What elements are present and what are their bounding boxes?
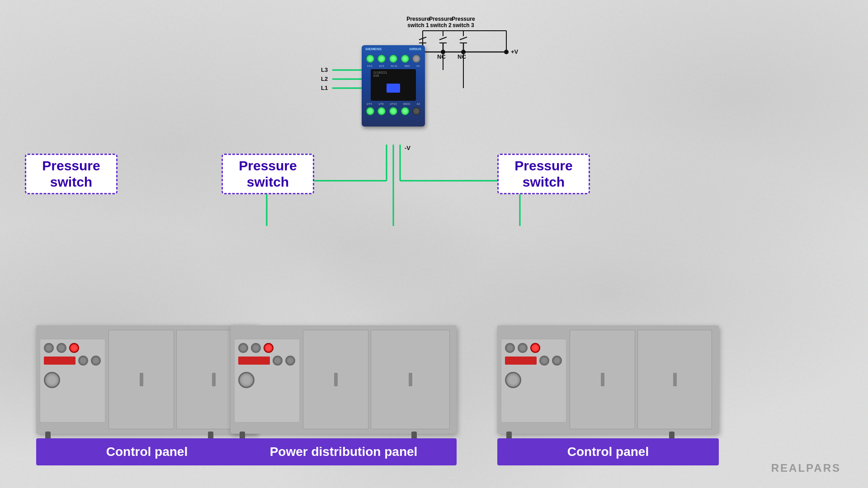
svg-line-20 <box>460 37 467 40</box>
left-instrument-face <box>40 339 105 422</box>
nc3-label: NC <box>458 53 466 60</box>
nc2-label: NC <box>437 53 446 60</box>
l3-label: L3 <box>321 66 328 73</box>
right-door-right-handle <box>673 373 677 386</box>
pressure-switch-right: Pressure switch <box>497 154 590 194</box>
left-door-right-handle <box>212 373 216 386</box>
left-panel-label-strip: Control panel <box>36 438 258 465</box>
pressure-switch-left: Pressure switch <box>25 154 118 194</box>
left-panel-label: Control panel <box>106 445 188 459</box>
terminal-a2 <box>412 107 420 115</box>
center-door-left <box>303 330 368 429</box>
terminal-2l11 <box>389 55 397 63</box>
center-door-right <box>371 330 450 429</box>
right-bar-red <box>505 357 537 365</box>
svg-line-14 <box>419 37 426 40</box>
svg-point-26 <box>504 50 509 54</box>
center-dial-4 <box>285 356 295 366</box>
left-dial-2 <box>57 343 66 353</box>
pressure-switch-center: Pressure switch <box>222 154 314 194</box>
watermark: REALPARS <box>771 462 841 474</box>
center-door-right-handle <box>409 373 412 386</box>
right-panel-label: Control panel <box>567 445 649 459</box>
right-instrument-face <box>501 339 566 422</box>
terminal-a1 <box>412 55 420 63</box>
minus-v-label: -V <box>405 145 410 151</box>
center-panel-label-strip: Power distribution panel <box>231 438 457 465</box>
right-dial-lg <box>505 372 521 388</box>
contactor-faceplate: G/180221 E06 <box>371 69 416 101</box>
contactor: SIEMENS SIRIUS 1/L3 1/L5 2/L11 3NO A1 <box>353 45 434 127</box>
left-dial-4 <box>91 356 101 366</box>
right-button-red <box>530 343 540 353</box>
center-door-left-handle <box>334 373 338 386</box>
left-dial-3 <box>78 356 88 366</box>
center-button-red <box>264 343 274 353</box>
center-instrument-face <box>234 339 300 422</box>
contactor-model: SIRIUS <box>409 47 421 51</box>
center-dial-3 <box>273 356 283 366</box>
terminal-2t4 <box>366 107 374 115</box>
left-dial-lg <box>44 372 60 388</box>
contactor-brand: SIEMENS <box>365 47 382 51</box>
terminal-2t14 <box>389 107 397 115</box>
left-door-left-handle <box>140 373 143 386</box>
right-panel-label-strip: Control panel <box>497 438 719 465</box>
center-panel-label: Power distribution panel <box>270 445 418 459</box>
center-bar-red <box>238 357 270 365</box>
center-dial-2 <box>251 343 261 353</box>
svg-line-17 <box>439 37 447 40</box>
terminal-1l5 <box>377 55 386 63</box>
right-dial-3 <box>539 356 549 366</box>
terminal-1t6 <box>377 107 386 115</box>
right-dial-1 <box>505 343 515 353</box>
left-bar-red <box>44 357 75 365</box>
panel-left: Control panel <box>36 325 258 434</box>
right-door-left <box>570 330 635 429</box>
right-door-left-handle <box>601 373 604 386</box>
left-dial-1 <box>44 343 54 353</box>
l1-label: L1 <box>321 84 328 91</box>
terminal-3noc <box>401 107 409 115</box>
center-dial-lg <box>238 372 255 388</box>
center-dial-1 <box>238 343 248 353</box>
l2-label: L2 <box>321 75 328 82</box>
right-dial-4 <box>552 356 562 366</box>
left-door-left <box>108 330 174 429</box>
panel-center: Power distribution panel <box>231 325 457 434</box>
terminal-3no <box>401 55 409 63</box>
ps3-top-label: Pressure switch 3 <box>450 16 477 29</box>
right-door-right <box>637 330 712 429</box>
right-dial-2 <box>518 343 528 353</box>
left-button-red <box>69 343 79 353</box>
terminal-1l3 <box>366 55 374 63</box>
plus-v-label: +V <box>511 48 518 55</box>
panel-right: Control panel <box>497 325 719 434</box>
